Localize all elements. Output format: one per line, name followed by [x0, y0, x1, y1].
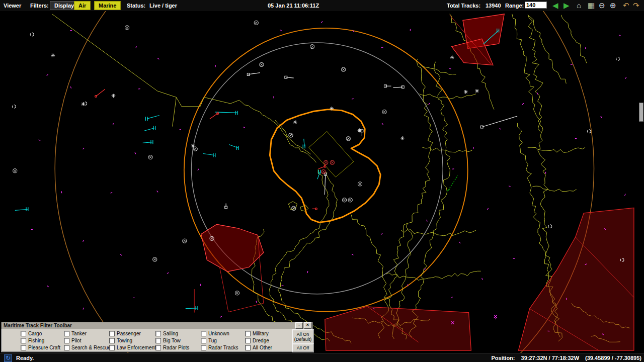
- filter-checkbox-radar-tracks[interactable]: Radar Tracks: [201, 344, 238, 350]
- air-track[interactable]: [225, 204, 227, 209]
- unknown-track[interactable]: [321, 170, 326, 174]
- point-track[interactable]: [400, 136, 405, 140]
- unknown-track[interactable]: [342, 67, 346, 71]
- surface-track[interactable]: [229, 145, 238, 150]
- air-track[interactable]: [285, 76, 294, 78]
- filter-checkbox-towing[interactable]: Towing: [109, 337, 132, 343]
- surface-track[interactable]: [143, 140, 153, 144]
- filter-checkbox-cargo[interactable]: Cargo: [21, 330, 42, 336]
- checkbox[interactable]: [201, 331, 206, 336]
- zoom-in-icon[interactable]: ⊕: [610, 0, 616, 11]
- layers-icon[interactable]: ▦: [588, 0, 595, 11]
- unknown-track[interactable]: [310, 45, 314, 49]
- point-track[interactable]: [464, 90, 468, 94]
- checkbox[interactable]: [155, 338, 161, 343]
- hostile-track[interactable]: [95, 89, 105, 97]
- menu-viewer[interactable]: Viewer: [4, 0, 21, 11]
- unknown-track[interactable]: [260, 62, 264, 66]
- checkbox[interactable]: [109, 331, 115, 336]
- surface-track[interactable]: [186, 306, 198, 310]
- radar-map[interactable]: [0, 11, 644, 353]
- all-on-button[interactable]: All On (Default): [292, 329, 314, 344]
- air-track[interactable]: [384, 85, 391, 87]
- checkbox[interactable]: [21, 345, 26, 350]
- checkbox[interactable]: [155, 331, 161, 336]
- checkbox[interactable]: [64, 345, 69, 350]
- map-scrollbar-thumb[interactable]: [639, 103, 643, 122]
- filter-checkbox-sailing[interactable]: Sailing: [155, 330, 178, 336]
- close-icon[interactable]: ×: [304, 322, 311, 329]
- friendly-track[interactable]: [447, 175, 458, 191]
- point-track[interactable]: [293, 120, 297, 124]
- radar-map-area[interactable]: Maritime Track Filter Toolbar - × All On…: [0, 11, 644, 353]
- arc-track[interactable]: [548, 225, 552, 228]
- filter-checkbox-all-other[interactable]: All Other: [245, 344, 272, 350]
- point-track[interactable]: [475, 89, 479, 93]
- unknown-track[interactable]: [289, 133, 293, 137]
- checkbox[interactable]: [201, 345, 206, 350]
- point-track[interactable]: [81, 102, 85, 106]
- point-track[interactable]: [450, 55, 454, 59]
- filter-checkbox-dredge[interactable]: Dredge: [245, 337, 269, 343]
- home-icon[interactable]: ⌂: [577, 0, 581, 11]
- filter-checkbox-tanker[interactable]: Tanker: [64, 330, 87, 336]
- unknown-track[interactable]: [148, 155, 152, 159]
- checkbox[interactable]: [245, 338, 251, 343]
- filter-checkbox-search-rescue[interactable]: Search & Rescue: [64, 344, 111, 350]
- undo-icon[interactable]: ↶: [623, 0, 629, 11]
- filter-checkbox-pilot[interactable]: Pilot: [64, 337, 81, 343]
- air-track[interactable]: [393, 86, 404, 88]
- surface-track[interactable]: [15, 207, 28, 211]
- back-icon[interactable]: ◀: [552, 0, 558, 11]
- point-track[interactable]: [330, 107, 334, 111]
- unknown-track[interactable]: [346, 137, 350, 141]
- checkbox[interactable]: [155, 345, 161, 350]
- checkbox[interactable]: [245, 345, 251, 350]
- forward-icon[interactable]: ▶: [564, 0, 570, 11]
- arc-track[interactable]: [616, 57, 620, 61]
- air-track[interactable]: [247, 73, 260, 76]
- filter-checkbox-unknown[interactable]: Unknown: [201, 330, 229, 336]
- checkbox[interactable]: [109, 345, 115, 350]
- filter-checkbox-big-tow[interactable]: Big Tow: [155, 337, 181, 343]
- surface-track[interactable]: [145, 116, 159, 121]
- unknown-track[interactable]: [153, 257, 157, 261]
- air-track[interactable]: [480, 116, 517, 128]
- checkbox[interactable]: [64, 331, 69, 336]
- arc-track[interactable]: [12, 105, 16, 108]
- unknown-track[interactable]: [348, 198, 352, 202]
- minimize-button[interactable]: -: [295, 322, 303, 329]
- tracks[interactable]: [12, 21, 624, 310]
- filter-checkbox-radar-plots[interactable]: Radar Plots: [155, 344, 189, 350]
- filter-checkbox-passenger[interactable]: Passenger: [109, 330, 141, 336]
- checkbox[interactable]: [64, 338, 69, 343]
- surface-track[interactable]: [203, 153, 215, 157]
- redo-icon[interactable]: ↷: [633, 0, 639, 11]
- zoom-out-icon[interactable]: ⊖: [599, 0, 605, 11]
- unknown-track[interactable]: [235, 291, 239, 295]
- refresh-icon[interactable]: ↻: [4, 354, 12, 362]
- filter-checkbox-military[interactable]: Military: [245, 330, 269, 336]
- unknown-track[interactable]: [254, 21, 258, 25]
- surface-track[interactable]: [303, 139, 305, 148]
- unknown-track[interactable]: [342, 198, 346, 202]
- air-filter-button[interactable]: Air: [74, 1, 91, 10]
- arc-track[interactable]: [587, 130, 591, 133]
- unknown-track[interactable]: [358, 182, 362, 186]
- checkbox[interactable]: [21, 338, 26, 343]
- arc-track[interactable]: [30, 33, 34, 36]
- filter-checkbox-tug[interactable]: Tug: [201, 337, 217, 343]
- marine-filter-button[interactable]: Marine: [94, 1, 121, 10]
- range-input[interactable]: [525, 2, 547, 9]
- filter-checkbox-law-enforcement[interactable]: Law Enforcement: [109, 344, 156, 350]
- unknown-track[interactable]: [125, 26, 129, 30]
- all-off-button[interactable]: All Off: [292, 343, 314, 352]
- point-track[interactable]: [358, 128, 362, 132]
- surface-track[interactable]: [144, 126, 155, 131]
- unknown-track[interactable]: [13, 169, 17, 173]
- point-track[interactable]: [51, 53, 55, 57]
- checkbox[interactable]: [109, 338, 115, 343]
- checkbox[interactable]: [21, 331, 26, 336]
- air-track[interactable]: [324, 173, 327, 195]
- toolbar-titlebar[interactable]: Maritime Track Filter Toolbar - ×: [2, 322, 312, 329]
